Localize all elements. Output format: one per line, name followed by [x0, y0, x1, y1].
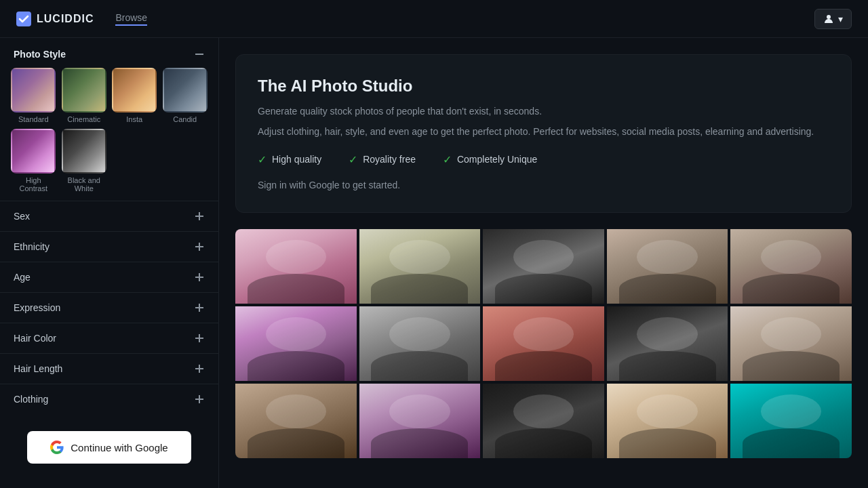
user-menu-button[interactable]: ▾ [814, 9, 852, 29]
svg-point-1 [827, 15, 831, 19]
style-label-candid: Candid [173, 115, 197, 123]
filter-hair-color[interactable]: Hair Color [0, 323, 218, 353]
filter-age-expand-icon [194, 272, 205, 283]
style-bw[interactable]: Black and White [62, 129, 107, 192]
main-content: The AI Photo Studio Generate quality sto… [219, 38, 868, 488]
photo-15 [730, 384, 852, 458]
check-icon-quality: ✓ [258, 153, 267, 166]
filter-clothing[interactable]: Clothing [0, 384, 218, 414]
logo-icon [16, 12, 31, 26]
style-label-insta: Insta [126, 115, 142, 123]
filter-sex-label: Sex [14, 211, 30, 222]
feature-unique-label: Completely Unique [457, 154, 537, 165]
google-logo-icon [50, 441, 64, 454]
photo-2 [359, 229, 481, 304]
photo-13 [483, 384, 604, 458]
style-thumb-insta [112, 68, 157, 113]
filter-sex[interactable]: Sex [0, 201, 218, 231]
photo-9 [607, 306, 728, 381]
check-icon-unique: ✓ [443, 153, 452, 166]
photo-3 [483, 229, 604, 304]
svg-rect-0 [16, 12, 31, 26]
style-cinematic[interactable]: Cinematic [62, 68, 107, 123]
photo-4 [607, 229, 728, 304]
filter-hair-color-label: Hair Color [14, 333, 56, 344]
style-thumb-bw [62, 129, 106, 174]
photo-style-header: Photo Style [0, 38, 218, 68]
card-title: The AI Photo Studio [258, 77, 829, 96]
card-desc1: Generate quality stock photos of people … [258, 104, 829, 119]
photo-14 [607, 384, 728, 458]
filter-clothing-label: Clothing [14, 394, 48, 405]
photo-style-title: Photo Style [14, 49, 66, 60]
style-candid[interactable]: Candid [163, 68, 208, 123]
style-thumb-candid [163, 68, 208, 113]
intro-card: The AI Photo Studio Generate quality sto… [235, 54, 852, 213]
photo-grid [235, 229, 852, 458]
app-header: LUCIDDIC Browse ▾ [0, 0, 868, 38]
nav-browse[interactable]: Browse [115, 12, 147, 26]
style-standard[interactable]: Standard [11, 68, 56, 123]
style-label-high-contrast: High Contrast [11, 176, 56, 192]
google-btn-label: Continue with Google [71, 442, 167, 453]
photo-11 [235, 384, 357, 458]
google-signin-button[interactable]: Continue with Google [27, 431, 191, 464]
filter-expression[interactable]: Expression [0, 292, 218, 323]
photo-7 [359, 306, 481, 381]
features-row: ✓ High quality ✓ Royality free ✓ Complet… [258, 153, 829, 166]
feature-royalty-label: Royality free [363, 154, 416, 165]
filter-ethnicity[interactable]: Ethnicity [0, 231, 218, 262]
filter-hair-color-expand-icon [194, 333, 205, 344]
photo-style-grid: Standard Cinematic Insta Candid High Con… [0, 68, 218, 201]
feature-royalty: ✓ Royality free [349, 153, 416, 166]
style-label-cinematic: Cinematic [67, 115, 100, 123]
feature-quality-label: High quality [272, 154, 321, 165]
card-desc2: Adjust clothing, hair, style, and even a… [258, 124, 829, 139]
style-label-standard: Standard [18, 115, 49, 123]
photo-5 [730, 229, 852, 304]
filter-ethnicity-label: Ethnicity [14, 241, 50, 252]
photo-12 [359, 384, 481, 458]
sidebar: Photo Style Standard Cinematic Insta Can… [0, 38, 219, 488]
style-thumb-standard [11, 68, 56, 113]
check-icon-royalty: ✓ [349, 153, 357, 166]
collapse-icon[interactable] [194, 49, 205, 60]
filter-age-label: Age [14, 272, 31, 283]
photo-10 [730, 306, 852, 381]
feature-unique: ✓ Completely Unique [443, 153, 537, 166]
style-thumb-high-contrast [11, 129, 56, 174]
filter-clothing-expand-icon [194, 394, 205, 405]
filter-expression-expand-icon [194, 302, 205, 313]
user-chevron: ▾ [838, 14, 843, 24]
filter-sex-expand-icon [194, 211, 205, 222]
style-insta[interactable]: Insta [112, 68, 157, 123]
filter-hair-length[interactable]: Hair Length [0, 353, 218, 384]
logo: LUCIDDIC [16, 12, 94, 26]
filter-hair-length-expand-icon [194, 363, 205, 374]
photo-1 [235, 229, 357, 304]
style-label-bw: Black and White [62, 176, 107, 192]
photo-8 [483, 306, 604, 381]
style-high-contrast[interactable]: High Contrast [11, 129, 56, 192]
photo-6 [235, 306, 357, 381]
user-icon [823, 14, 834, 24]
feature-quality: ✓ High quality [258, 153, 321, 166]
main-layout: Photo Style Standard Cinematic Insta Can… [0, 38, 868, 488]
filter-expression-label: Expression [14, 302, 60, 313]
filter-ethnicity-expand-icon [194, 241, 205, 252]
logo-text: LUCIDDIC [37, 13, 94, 25]
signin-text: Sign in with Google to get started. [258, 180, 829, 190]
filter-hair-length-label: Hair Length [14, 363, 62, 374]
style-thumb-cinematic [62, 68, 106, 113]
filter-age[interactable]: Age [0, 262, 218, 292]
